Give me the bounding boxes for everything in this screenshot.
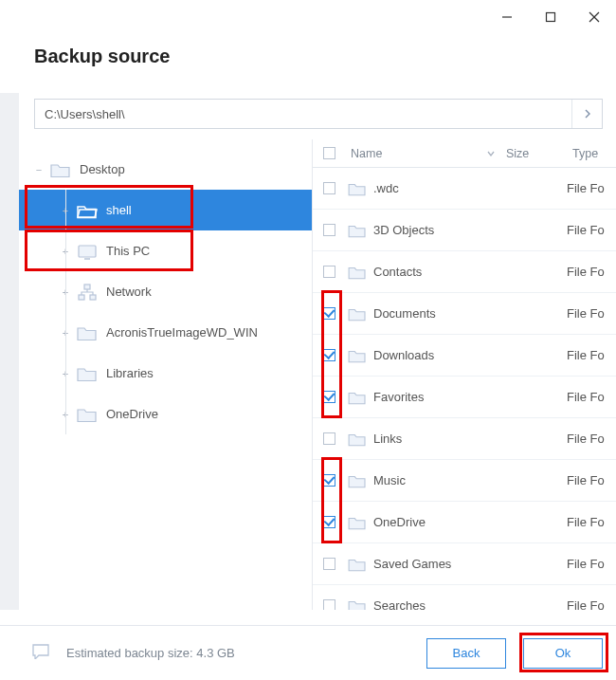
row-type: File Fo <box>567 390 616 404</box>
row-name: Favorites <box>370 390 500 404</box>
row-name: Music <box>370 473 500 487</box>
folder-icon <box>76 323 99 342</box>
list-item[interactable]: .wdcFile Fo <box>313 168 616 210</box>
network-icon <box>76 283 99 302</box>
row-type: File Fo <box>567 265 616 279</box>
pathbar <box>34 99 603 129</box>
row-checkbox[interactable] <box>323 182 335 194</box>
path-go-button[interactable] <box>571 100 602 128</box>
folder-icon <box>345 390 370 405</box>
row-name: Contacts <box>370 265 500 279</box>
tree-item-this-pc[interactable]: +This PC <box>19 230 312 271</box>
list-header: Name Size Type <box>313 139 616 168</box>
row-type: File Fo <box>567 473 616 487</box>
row-checkbox[interactable] <box>323 516 335 528</box>
svg-rect-6 <box>547 13 555 22</box>
chat-icon[interactable] <box>32 644 49 663</box>
tree-item-shell[interactable]: +shell <box>19 190 312 230</box>
folder-icon <box>345 306 370 322</box>
folder-icon <box>345 557 370 572</box>
left-gutter <box>0 93 19 610</box>
page-title: Backup source <box>34 46 170 67</box>
row-checkbox[interactable] <box>323 558 335 570</box>
sort-indicator-icon <box>487 147 495 160</box>
list-item[interactable]: LinksFile Fo <box>313 418 616 460</box>
row-type: File Fo <box>567 557 616 571</box>
row-checkbox[interactable] <box>323 599 335 610</box>
list-item[interactable]: DocumentsFile Fo <box>313 293 616 335</box>
folder-icon <box>345 265 370 280</box>
folder-icon <box>345 223 370 238</box>
row-name: .wdc <box>370 181 500 195</box>
tree-root-desktop[interactable]: − Desktop <box>19 149 312 190</box>
folder-icon <box>345 473 370 488</box>
row-name: Links <box>370 432 500 446</box>
row-name: Searches <box>370 598 500 610</box>
folder-icon <box>345 181 370 196</box>
row-checkbox[interactable] <box>323 307 335 320</box>
row-type: File Fo <box>567 432 616 446</box>
row-checkbox[interactable] <box>323 266 335 278</box>
maximize-button[interactable] <box>529 0 572 34</box>
minimize-button[interactable] <box>485 0 529 34</box>
footer: Estimated backup size: 4.3 GB Back Ok <box>0 625 616 680</box>
list-item[interactable]: 3D ObjectsFile Fo <box>313 210 616 251</box>
tree-item-label: Libraries <box>106 366 154 380</box>
row-type: File Fo <box>567 306 616 321</box>
row-checkbox[interactable] <box>323 432 335 445</box>
column-header-type[interactable]: Type <box>567 147 616 160</box>
row-type: File Fo <box>567 348 616 362</box>
folder-icon <box>345 432 370 447</box>
column-header-size[interactable]: Size <box>500 147 567 160</box>
folder-icon <box>76 405 99 424</box>
tree-item-libraries[interactable]: +Libraries <box>19 353 312 394</box>
row-name: OneDrive <box>370 515 500 529</box>
select-all-checkbox[interactable] <box>323 147 335 159</box>
folder-icon <box>76 364 99 383</box>
list-item[interactable]: OneDriveFile Fo <box>313 502 616 543</box>
row-name: Downloads <box>370 348 500 362</box>
column-header-name[interactable]: Name <box>345 147 500 160</box>
row-checkbox[interactable] <box>323 349 335 361</box>
ok-button[interactable]: Ok <box>523 638 603 669</box>
list-item[interactable]: Saved GamesFile Fo <box>313 543 616 585</box>
row-type: File Fo <box>567 181 616 195</box>
list-item[interactable]: MusicFile Fo <box>313 460 616 502</box>
row-name: Saved Games <box>370 557 500 571</box>
monitor-icon <box>76 242 99 261</box>
tree-item-onedrive[interactable]: +OneDrive <box>19 394 312 434</box>
row-type: File Fo <box>567 515 616 529</box>
list-item[interactable]: ContactsFile Fo <box>313 251 616 293</box>
estimate-label: Estimated backup size: 4.3 GB <box>66 646 235 660</box>
row-type: File Fo <box>567 223 616 237</box>
folder-icon <box>345 348 370 363</box>
row-name: Documents <box>370 306 500 321</box>
folder-open-icon <box>76 201 99 220</box>
folder-icon <box>49 160 72 179</box>
row-checkbox[interactable] <box>323 391 335 403</box>
close-button[interactable] <box>572 0 616 34</box>
folder-icon <box>345 598 370 611</box>
tree-item-label: Desktop <box>80 162 125 176</box>
list-item[interactable]: DownloadsFile Fo <box>313 335 616 377</box>
list-item[interactable]: FavoritesFile Fo <box>313 377 616 418</box>
row-checkbox[interactable] <box>323 224 335 236</box>
tree-item-label: OneDrive <box>106 407 158 421</box>
folder-icon <box>345 515 370 530</box>
list-item[interactable]: SearchesFile Fo <box>313 585 616 610</box>
row-checkbox[interactable] <box>323 474 335 487</box>
back-button[interactable]: Back <box>426 638 506 669</box>
tree-item-label: shell <box>106 203 132 217</box>
collapse-icon[interactable]: − <box>32 164 45 175</box>
tree-item-network[interactable]: +Network <box>19 271 312 312</box>
path-input[interactable] <box>35 100 571 128</box>
row-type: File Fo <box>567 598 616 610</box>
tree-item-acronistrueimagewd-win[interactable]: +AcronisTrueImageWD_WIN <box>19 312 312 353</box>
tree-item-label: Network <box>106 285 152 299</box>
row-name: 3D Objects <box>370 223 500 237</box>
tree-item-label: This PC <box>106 244 150 258</box>
tree-item-label: AcronisTrueImageWD_WIN <box>106 325 258 340</box>
